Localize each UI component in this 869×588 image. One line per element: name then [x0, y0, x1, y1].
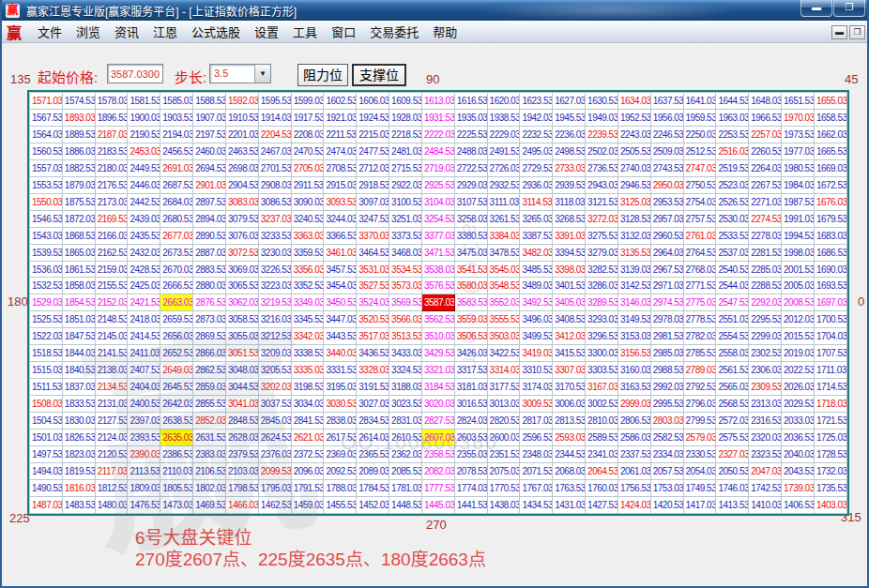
mdi-minimize-button[interactable]: ▬: [831, 25, 847, 39]
grid-cell: 3058.53: [225, 311, 258, 328]
grid-cell: 2677.03: [160, 227, 193, 244]
start-price-input[interactable]: [107, 64, 163, 83]
grid-cell: 2859.03: [193, 379, 226, 396]
grid-cell: 3051.53: [225, 345, 258, 362]
support-button[interactable]: 支撑位: [352, 64, 406, 86]
grid-cell: 3107.53: [454, 193, 487, 210]
grid-cell: 1648.03: [749, 93, 782, 110]
grid-cell: 1767.03: [520, 479, 553, 496]
grid-cell: 1567.53: [30, 109, 63, 126]
grid-cell: 3471.53: [421, 244, 454, 261]
grid-cell: 2943.03: [586, 176, 618, 193]
grid-cell: 1854.53: [62, 294, 95, 311]
grid-cell: 2292.03: [749, 294, 782, 311]
grid-cell: 1462.53: [258, 496, 291, 513]
grid-cell: 2012.03: [782, 311, 815, 328]
grid-cell: 2383.03: [193, 446, 226, 463]
grid-cell: 2257.03: [749, 126, 782, 143]
grid-cell: 3111.03: [487, 193, 520, 210]
grid-cell: 3030.53: [324, 396, 357, 413]
grid-cell: 2456.53: [160, 143, 193, 159]
grid-cell: 2449.53: [128, 159, 160, 176]
grid-cell: 2778.53: [683, 311, 716, 328]
grid-cell: 1886.03: [62, 143, 95, 159]
menu-item-8[interactable]: 窗口: [325, 23, 362, 42]
grid-cell: 3527.53: [357, 278, 389, 294]
grid-cell: 3163.53: [617, 379, 650, 396]
grid-cell: 1669.03: [814, 159, 846, 176]
grid-cell: 2239.53: [586, 126, 618, 143]
grid-cell: 2915.03: [324, 176, 357, 193]
grid-cell: 2218.53: [389, 126, 422, 143]
grid-cell: 2285.03: [749, 261, 782, 278]
menu-item-6[interactable]: 设置: [248, 23, 285, 42]
menu-item-1[interactable]: 文件: [31, 23, 69, 42]
grid-cell: 2757.53: [683, 210, 716, 227]
menu-item-5[interactable]: 公式选股: [185, 23, 247, 42]
grid-cell: 1602.53: [324, 93, 357, 110]
grid-cell: 2341.03: [586, 446, 618, 463]
menu-item-10[interactable]: 帮助: [426, 23, 464, 42]
grid-cell: 3160.03: [617, 362, 650, 379]
grid-cell: 1861.53: [62, 261, 95, 278]
grid-cell: 1812.53: [95, 479, 128, 496]
grid-cell: 2106.53: [193, 462, 226, 479]
grid-cell: 2988.53: [650, 362, 683, 379]
grid-cell: 3317.53: [454, 362, 487, 379]
grid-cell: 3408.53: [553, 311, 586, 328]
grid-cell: 3310.53: [520, 362, 553, 379]
grid-cell: 3331.53: [324, 362, 357, 379]
grid-cell: 1557.03: [30, 159, 63, 176]
grid-cell: 1585.03: [160, 93, 193, 110]
grid-cell: 1784.53: [357, 479, 389, 496]
grid-cell: 2355.03: [454, 446, 487, 463]
grid-cell: 2183.53: [95, 143, 128, 159]
grid-cell: 1473.03: [160, 496, 193, 513]
step-combobox[interactable]: 3.5 ▼: [209, 64, 271, 83]
grid-cell: 1977.03: [782, 143, 815, 159]
resistance-button[interactable]: 阻力位: [297, 64, 348, 86]
grid-cell: 2022.53: [782, 362, 815, 379]
grid-cell: 1917.53: [291, 109, 324, 126]
grid-cell: 1966.53: [749, 109, 782, 126]
menu-bar: 赢 文件浏览资讯江恩公式选股设置工具窗口交易委托帮助 ▬ ❐: [2, 21, 867, 43]
menu-item-2[interactable]: 浏览: [69, 23, 107, 42]
grid-cell: 2526.53: [716, 193, 749, 210]
grid-cell: 1532.53: [30, 278, 63, 294]
grid-cell: 3170.53: [553, 379, 586, 396]
grid-cell: 2236.03: [553, 126, 586, 143]
minimize-button[interactable]: ▬: [800, 0, 832, 17]
menu-item-3[interactable]: 资讯: [108, 23, 145, 42]
maximize-button[interactable]: ❐: [833, 0, 865, 17]
grid-cell: 3356.03: [291, 261, 324, 278]
grid-cell: 2278.03: [749, 227, 782, 244]
grid-cell: 3181.03: [454, 379, 487, 396]
grid-cell: 2782.03: [683, 328, 716, 345]
grid-cell: 2194.03: [160, 126, 193, 143]
grid-cell: 1714.53: [814, 379, 846, 396]
grid-cell: 1700.53: [814, 311, 846, 328]
grid-cell: 2400.53: [128, 396, 160, 413]
grid-cell: 1518.53: [30, 345, 63, 362]
menu-item-9[interactable]: 交易委托: [363, 23, 425, 42]
mdi-restore-button[interactable]: ❐: [849, 25, 865, 39]
grid-cell: 1543.03: [30, 227, 63, 244]
grid-cell: 3226.53: [258, 261, 291, 278]
grid-cell: 2911.53: [291, 176, 324, 193]
grid-cell: 3083.03: [225, 193, 258, 210]
grid-cell: 2568.53: [716, 396, 749, 413]
grid-cell: 3188.03: [389, 379, 422, 396]
grid-cell: 2960.53: [650, 227, 683, 244]
menu-item-4[interactable]: 江恩: [146, 23, 184, 42]
grid-cell: 2008.53: [782, 294, 815, 311]
grid-cell: 3559.03: [454, 311, 487, 328]
grid-cell: 2964.03: [650, 244, 683, 261]
grid-cell: 3289.53: [586, 294, 618, 311]
grid-cell: 3419.03: [520, 345, 553, 362]
grid-cell: 2222.03: [421, 126, 454, 143]
grid-cell: 3429.53: [421, 345, 454, 362]
chevron-down-icon[interactable]: ▼: [254, 65, 270, 83]
grid-cell: 1592.03: [225, 93, 258, 110]
grid-cell: 2495.03: [520, 143, 553, 159]
menu-item-7[interactable]: 工具: [286, 23, 324, 42]
